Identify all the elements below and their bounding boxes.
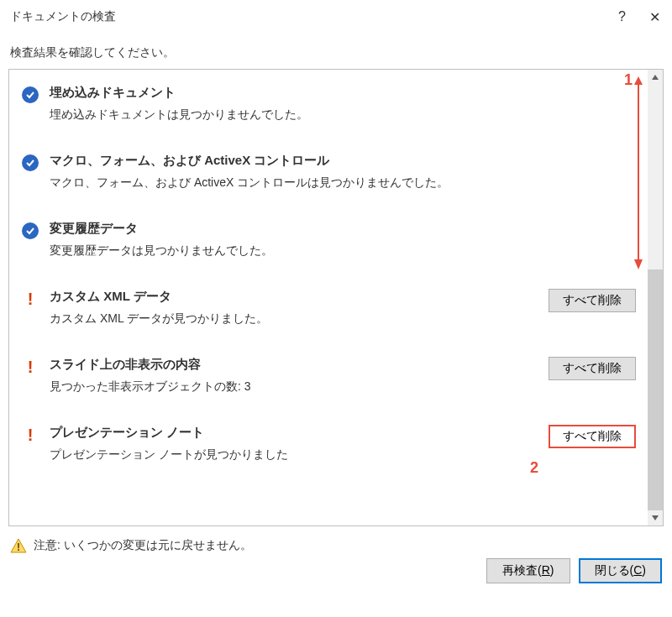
annotation-marker: 2 (530, 459, 538, 477)
item-title: カスタム XML データ (50, 289, 525, 305)
item-content: 埋め込みドキュメント 埋め込みドキュメントは見つかりませんでした。 (50, 85, 525, 123)
item-title: スライド上の非表示の内容 (50, 357, 525, 373)
list-item: ! カスタム XML データ カスタム XML データが見つかりました。 すべて… (9, 274, 648, 342)
reinspect-button[interactable]: 再検査(R) (486, 558, 570, 583)
warning-icon: ! (28, 426, 34, 443)
list-item: 変更履歴データ 変更履歴データは見つかりませんでした。 (9, 206, 648, 274)
remove-all-button[interactable]: すべて削除 (549, 425, 636, 448)
item-content: カスタム XML データ カスタム XML データが見つかりました。 (50, 289, 525, 327)
results-list: 埋め込みドキュメント 埋め込みドキュメントは見つかりませんでした。 マクロ、フォ… (9, 70, 648, 525)
dialog-title: ドキュメントの検査 (10, 9, 116, 24)
status-icon-col: ! (21, 425, 39, 443)
item-content: マクロ、フォーム、および ActiveX コントロール マクロ、フォーム、および… (50, 153, 525, 191)
item-title: プレゼンテーション ノート (50, 425, 525, 441)
warning-icon: ! (28, 290, 34, 307)
help-icon[interactable]: ? (618, 9, 626, 24)
footer-buttons: 再検査(R) 閉じる(C) (486, 558, 662, 583)
title-controls: ? ✕ (618, 9, 660, 25)
item-action: すべて削除 (535, 289, 636, 312)
warning-triangle-icon: ! (10, 538, 27, 553)
results-frame: 埋め込みドキュメント 埋め込みドキュメントは見つかりませんでした。 マクロ、フォ… (8, 69, 664, 526)
list-item: ! プレゼンテーション ノート プレゼンテーション ノートが見つかりました すべ… (9, 410, 648, 478)
close-icon[interactable]: ✕ (649, 9, 660, 25)
item-desc: マクロ、フォーム、および ActiveX コントロールは見つかりませんでした。 (50, 175, 525, 191)
item-desc: 見つかった非表示オブジェクトの数: 3 (50, 379, 525, 395)
list-item: 埋め込みドキュメント 埋め込みドキュメントは見つかりませんでした。 (9, 70, 648, 138)
status-icon-col (21, 221, 39, 239)
warning-icon: ! (28, 358, 34, 375)
check-icon (22, 86, 39, 103)
item-title: 埋め込みドキュメント (50, 85, 525, 101)
list-item: マクロ、フォーム、および ActiveX コントロール マクロ、フォーム、および… (9, 138, 648, 206)
scroll-thumb[interactable] (648, 269, 663, 510)
item-desc: 変更履歴データは見つかりませんでした。 (50, 243, 525, 259)
remove-all-button[interactable]: すべて削除 (549, 289, 636, 312)
check-icon (22, 222, 39, 239)
subtitle-text: 検査結果を確認してください。 (0, 34, 672, 69)
item-action: すべて削除 (535, 357, 636, 380)
item-desc: カスタム XML データが見つかりました。 (50, 311, 525, 327)
annotation-marker: 1 (624, 71, 633, 89)
footer-note-text: 注意: いくつかの変更は元に戻せません。 (34, 538, 252, 553)
close-button[interactable]: 閉じる(C) (579, 558, 662, 583)
item-content: スライド上の非表示の内容 見つかった非表示オブジェクトの数: 3 (50, 357, 525, 395)
scrollbar[interactable] (648, 70, 663, 525)
status-icon-col (21, 153, 39, 171)
svg-marker-2 (634, 259, 643, 269)
item-title: 変更履歴データ (50, 221, 525, 237)
title-bar: ドキュメントの検査 ? ✕ (0, 0, 672, 34)
scroll-down-icon[interactable] (648, 510, 663, 525)
list-item: ! スライド上の非表示の内容 見つかった非表示オブジェクトの数: 3 すべて削除 (9, 342, 648, 410)
footer-warning: ! 注意: いくつかの変更は元に戻せません。 (10, 538, 252, 553)
item-desc: 埋め込みドキュメントは見つかりませんでした。 (50, 107, 525, 123)
remove-all-button[interactable]: すべて削除 (549, 357, 636, 380)
item-content: プレゼンテーション ノート プレゼンテーション ノートが見つかりました (50, 425, 525, 463)
status-icon-col (21, 85, 39, 103)
scroll-up-icon[interactable] (648, 70, 663, 85)
item-title: マクロ、フォーム、および ActiveX コントロール (50, 153, 525, 169)
item-action: すべて削除 (535, 425, 636, 448)
item-desc: プレゼンテーション ノートが見つかりました (50, 447, 525, 463)
svg-marker-1 (634, 76, 643, 85)
dialog-footer: ! 注意: いくつかの変更は元に戻せません。 (0, 526, 672, 553)
item-content: 変更履歴データ 変更履歴データは見つかりませんでした。 (50, 221, 525, 259)
status-icon-col: ! (21, 289, 39, 307)
annotation-arrow-icon (634, 76, 643, 269)
check-icon (22, 154, 39, 171)
status-icon-col: ! (21, 357, 39, 375)
footer-buttons-row: 再検査(R) 閉じる(C) (0, 553, 672, 583)
svg-text:!: ! (17, 541, 20, 553)
